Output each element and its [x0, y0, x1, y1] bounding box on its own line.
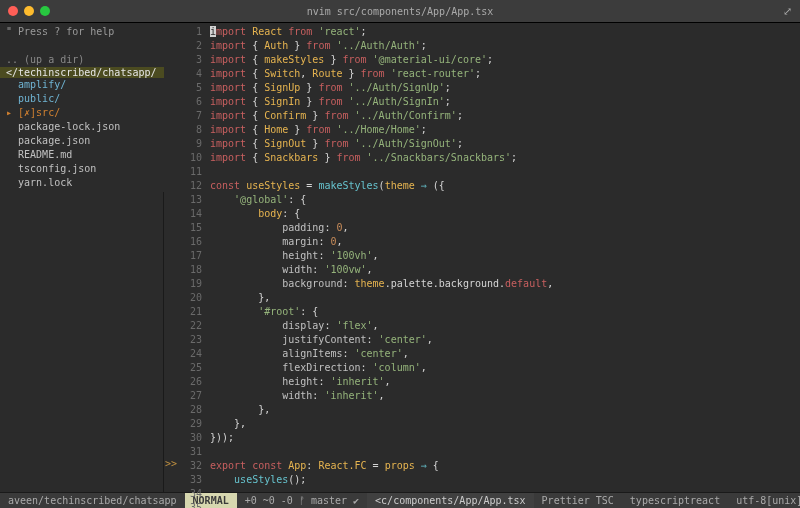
code-line[interactable]: import { SignOut } from '../Auth/SignOut… [206, 137, 800, 151]
code-line[interactable]: import React from 'react'; [206, 25, 800, 39]
statusbar: aveen/techinscribed/chatsapp NORMAL +0 ~… [0, 492, 800, 508]
line-gutter: 1234567891011121314151617181920212223242… [178, 23, 206, 492]
tree-item[interactable]: README.md [0, 148, 164, 162]
code-line[interactable]: margin: 0, [206, 235, 800, 249]
code-line[interactable] [206, 445, 800, 459]
code-line[interactable]: alignItems: 'center', [206, 347, 800, 361]
tree-item[interactable]: amplify/ [0, 78, 164, 92]
maximize-icon[interactable]: ⤢ [783, 5, 792, 18]
code-line[interactable]: export const App: React.FC = props ⇒ { [206, 459, 800, 473]
tree-item[interactable]: package-lock.json [0, 120, 164, 134]
code-line[interactable]: background: theme.palette.background.def… [206, 277, 800, 291]
tree-item[interactable]: ▸ [✗]src/ [0, 106, 164, 120]
code-line[interactable]: height: '100vh', [206, 249, 800, 263]
code-line[interactable]: import { SignUp } from '../Auth/SignUp'; [206, 81, 800, 95]
code-line[interactable]: import { Auth } from '../Auth/Auth'; [206, 39, 800, 53]
code-line[interactable]: })); [206, 431, 800, 445]
window-title: nvim src/components/App/App.tsx [0, 6, 800, 17]
workspace: " Press ? for help .. (up a dir) </techi… [0, 22, 800, 492]
up-dir[interactable]: .. (up a dir) [0, 53, 164, 67]
code-line[interactable]: flexDirection: 'column', [206, 361, 800, 375]
status-file: <c/components/App/App.tsx [367, 493, 534, 508]
status-filetype: typescriptreact [622, 493, 728, 508]
code-line[interactable]: justifyContent: 'center', [206, 333, 800, 347]
code-line[interactable]: width: '100vw', [206, 263, 800, 277]
code-line[interactable]: '#root': { [206, 305, 800, 319]
code-line[interactable]: import { Confirm } from '../Auth/Confirm… [206, 109, 800, 123]
status-encoding: utf-8[unix] [728, 493, 800, 508]
code-line[interactable]: const useStyles = makeStyles(theme ⇒ ({ [206, 179, 800, 193]
tree-item[interactable]: package.json [0, 134, 164, 148]
code-line[interactable]: import { SignIn } from '../Auth/SignIn'; [206, 95, 800, 109]
code-line[interactable]: width: 'inherit', [206, 389, 800, 403]
code-line[interactable]: padding: 0, [206, 221, 800, 235]
current-path: </techinscribed/chatsapp/ [0, 67, 164, 78]
tree-item[interactable]: public/ [0, 92, 164, 106]
code-line[interactable] [206, 487, 800, 492]
code-line[interactable]: body: { [206, 207, 800, 221]
code-line[interactable]: import { makeStyles } from '@material-ui… [206, 53, 800, 67]
code-line[interactable]: }, [206, 417, 800, 431]
code-line[interactable]: import { Switch, Route } from 'react-rou… [206, 67, 800, 81]
code-line[interactable]: }, [206, 403, 800, 417]
blank [0, 39, 164, 53]
status-cwd: aveen/techinscribed/chatsapp [0, 493, 185, 508]
tree-item[interactable]: tsconfig.json [0, 162, 164, 176]
code-line[interactable]: height: 'inherit', [206, 375, 800, 389]
code-line[interactable]: useStyles(); [206, 473, 800, 487]
code-line[interactable]: display: 'flex', [206, 319, 800, 333]
code-line[interactable] [206, 165, 800, 179]
file-tree[interactable]: " Press ? for help .. (up a dir) </techi… [0, 23, 164, 192]
help-hint: " Press ? for help [0, 25, 164, 39]
code-line[interactable]: import { Home } from '../Home/Home'; [206, 123, 800, 137]
sign-column: >> [164, 23, 178, 492]
code-line[interactable]: '@global': { [206, 193, 800, 207]
status-prettier: Prettier TSC [534, 493, 622, 508]
titlebar: nvim src/components/App/App.tsx ⤢ [0, 0, 800, 22]
tree-item[interactable]: yarn.lock [0, 176, 164, 190]
code-line[interactable]: }, [206, 291, 800, 305]
editor-pane[interactable]: import React from 'react';import { Auth … [206, 23, 800, 492]
status-git: +0 ~0 -0 ᚠ master ✔ [237, 493, 367, 508]
code-line[interactable]: import { Snackbars } from '../Snackbars/… [206, 151, 800, 165]
